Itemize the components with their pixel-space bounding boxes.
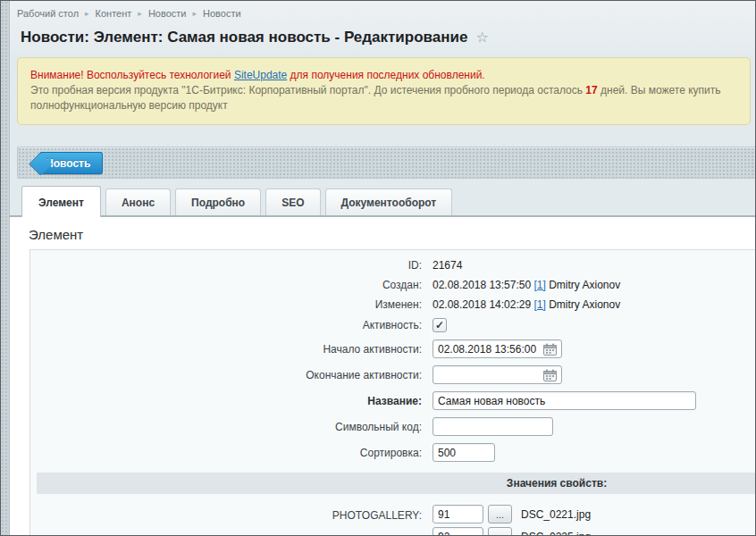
trial-text-part1: Это пробная версия продукта "1С-Битрикс:…	[30, 84, 583, 96]
tab-seo[interactable]: SEO	[265, 188, 320, 215]
chevron-right-icon: ▸	[85, 9, 89, 18]
id-value: 21674	[433, 255, 755, 275]
warning-text-prefix: Внимание! Воспользуйтесь технологией	[30, 69, 231, 81]
tab-element[interactable]: Элемент	[21, 186, 101, 217]
form-row-created: Создан: 02.08.2018 13:57:50 [1] Dmitry A…	[30, 275, 755, 295]
modified-user-name: Dmitry Axionov	[549, 298, 620, 311]
form-tabs: Элемент Анонс Подробно SEO Документообор…	[10, 179, 755, 215]
photogallery-row: ... DSC_0225.jpg	[433, 527, 755, 535]
title-row: Новости: Элемент: Самая новая новость - …	[17, 27, 755, 55]
page-title: Новости: Элемент: Самая новая новость - …	[21, 29, 467, 46]
created-value: 02.08.2018 13:57:50	[433, 279, 531, 291]
admin-page: Рабочий стол ▸ Контент ▸ Новости ▸ Новос…	[10, 1, 755, 535]
warning-text-suffix: для получения последних обновлений.	[290, 69, 485, 81]
news-back-button[interactable]: Новость	[39, 152, 103, 174]
check-icon: ✓	[435, 319, 444, 331]
sort-label: Сортировка:	[30, 440, 433, 465]
active-label: Активность:	[30, 314, 433, 336]
context-toolbar: Новость	[17, 147, 755, 179]
calendar-icon[interactable]	[543, 369, 557, 384]
form-row-name: Название:	[30, 388, 755, 414]
photogallery-id-input[interactable]	[433, 505, 483, 523]
photogallery-browse-button[interactable]: ...	[488, 527, 512, 535]
breadcrumb-item-news[interactable]: Новости	[148, 8, 187, 19]
siteupdate-link[interactable]: SiteUpdate	[234, 69, 287, 81]
breadcrumb-item-news2[interactable]: Новости	[203, 8, 241, 19]
page-header: Рабочий стол ▸ Контент ▸ Новости ▸ Новос…	[10, 1, 755, 55]
breadcrumb-item-content[interactable]: Контент	[96, 8, 132, 19]
tab-announce[interactable]: Анонс	[105, 188, 171, 215]
photogallery-browse-button[interactable]: ...	[488, 505, 512, 523]
form-row-props-header: Значения свойств:	[30, 465, 755, 501]
breadcrumb-item-desktop[interactable]: Рабочий стол	[17, 8, 79, 19]
chevron-right-icon: ▸	[138, 9, 142, 18]
name-input[interactable]	[433, 391, 696, 410]
properties-section-header: Значения свойств:	[37, 473, 755, 494]
photogallery-label: PHOTOGALLERY:	[30, 501, 433, 535]
form-row-photogallery: PHOTOGALLERY: ... DSC_0221.jpg ... DSC_0…	[30, 501, 755, 535]
photogallery-filename: DSC_0221.jpg	[521, 508, 591, 521]
code-input[interactable]	[433, 417, 553, 436]
photogallery-filename: DSC_0225.jpg	[521, 531, 591, 536]
chevron-right-icon: ▸	[192, 9, 197, 18]
active-from-label: Начало активности:	[30, 336, 433, 362]
form-row-code: Символьный код:	[30, 414, 755, 440]
tab-details[interactable]: Подробно	[175, 188, 261, 215]
active-checkbox[interactable]: ✓	[433, 318, 447, 332]
tab-workflow[interactable]: Документооборот	[325, 188, 453, 215]
photogallery-row: ... DSC_0221.jpg	[433, 505, 755, 523]
modified-label: Изменен:	[30, 295, 433, 314]
left-edge-strip	[1, 1, 10, 535]
section-title: Элемент	[29, 227, 755, 242]
breadcrumb: Рабочий стол ▸ Контент ▸ Новости ▸ Новос…	[17, 8, 755, 27]
element-form: ID: 21674 Создан: 02.08.2018 13:57:50 [1…	[30, 255, 755, 535]
favorite-star-icon[interactable]: ☆	[475, 30, 488, 45]
form-row-active-to: Окончание активности:	[30, 362, 755, 388]
created-user-name: Dmitry Axionov	[549, 279, 620, 291]
calendar-icon[interactable]	[543, 343, 557, 358]
created-user-link[interactable]: [1]	[533, 279, 545, 291]
modified-value: 02.08.2018 14:02:29	[433, 298, 531, 311]
form-row-modified: Изменен: 02.08.2018 14:02:29 [1] Dmitry …	[30, 295, 755, 314]
code-label: Символьный код:	[30, 414, 433, 440]
form-row-id: ID: 21674	[30, 255, 755, 275]
trial-version-line: Это пробная версия продукта "1С-Битрикс:…	[30, 83, 737, 113]
sort-input[interactable]	[433, 443, 495, 462]
photogallery-id-input[interactable]	[433, 527, 483, 535]
created-label: Создан:	[30, 275, 433, 295]
form-row-active-from: Начало активности:	[30, 336, 755, 362]
name-label: Название:	[30, 388, 433, 414]
modified-user-link[interactable]: [1]	[533, 298, 545, 311]
trial-notice-box: Внимание! Воспользуйтесь технологией Sit…	[17, 57, 751, 125]
form-row-sort: Сортировка:	[30, 440, 755, 465]
edit-form-panel: ID: 21674 Создан: 02.08.2018 13:57:50 [1…	[29, 249, 755, 535]
id-label: ID:	[30, 255, 433, 275]
form-row-active: Активность: ✓	[30, 314, 755, 336]
update-warning-line: Внимание! Воспользуйтесь технологией Sit…	[30, 68, 737, 83]
active-to-label: Окончание активности:	[30, 362, 433, 388]
trial-days-count: 17	[585, 84, 597, 96]
tab-content: Элемент ID: 21674 Создан: 02.08.2018 13:…	[10, 215, 755, 535]
